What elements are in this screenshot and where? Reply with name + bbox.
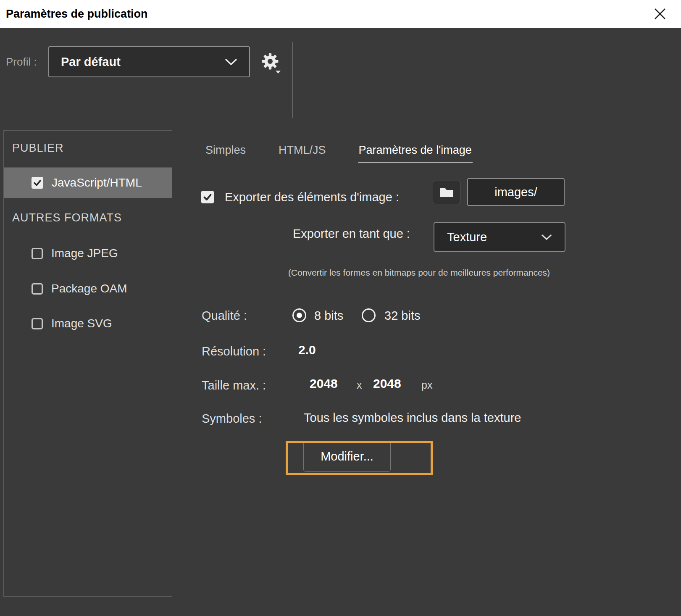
quality-8bits-label: 8 bits	[314, 309, 343, 323]
image-jpeg-checkbox[interactable]	[32, 248, 43, 259]
max-size-separator: x	[357, 379, 362, 391]
symbols-label: Symboles :	[202, 412, 262, 426]
quality-label: Qualité :	[202, 309, 247, 323]
javascript-html-checkbox[interactable]	[32, 177, 43, 189]
resolution-value[interactable]: 2.0	[298, 343, 316, 357]
quality-8bits-radio[interactable]	[292, 308, 306, 322]
image-svg-checkbox[interactable]	[32, 318, 43, 329]
gear-dropdown-caret-icon	[275, 70, 281, 74]
profile-options-button[interactable]	[258, 49, 282, 75]
export-as-label: Exporter en tant que :	[293, 227, 410, 241]
chevron-down-icon	[225, 58, 237, 66]
max-size-unit: px	[421, 379, 432, 391]
resolution-label: Résolution :	[202, 345, 266, 358]
profile-select-value: Par défaut	[61, 55, 121, 69]
chevron-down-icon	[541, 234, 552, 240]
other-formats-section-header: AUTRES FORMATS	[12, 211, 122, 224]
tab-simples[interactable]: Simples	[205, 144, 247, 163]
sidebar-item-label: Image SVG	[51, 317, 112, 330]
max-size-label: Taille max. :	[202, 379, 266, 392]
export-as-select[interactable]: Texture	[434, 222, 565, 252]
radio-dot	[297, 313, 302, 318]
profile-section-divider	[292, 42, 293, 118]
folder-icon	[439, 187, 454, 198]
export-as-value: Texture	[447, 230, 487, 244]
symbols-value: Tous les symboles inclus dans la texture	[304, 411, 521, 425]
sidebar-item-package-oam[interactable]: Package OAM	[4, 279, 172, 298]
export-assets-label: Exporter des éléments d'image :	[225, 190, 399, 204]
export-assets-row: Exporter des éléments d'image :	[201, 185, 399, 209]
sidebar-item-javascript-html[interactable]: JavaScript/HTML	[4, 168, 172, 198]
settings-tabs: Simples HTML/JS Paramètres de l'image	[205, 144, 473, 163]
titlebar: Paramètres de publication	[0, 0, 681, 28]
export-assets-checkbox[interactable]	[201, 191, 214, 203]
quality-32bits-label: 32 bits	[384, 309, 420, 323]
browse-folder-button[interactable]	[433, 181, 460, 204]
sidebar-item-label: Package OAM	[51, 282, 127, 295]
max-size-width-value[interactable]: 2048	[310, 376, 338, 391]
publish-settings-dialog: Paramètres de publication Profil : Par d…	[0, 0, 681, 616]
modify-button[interactable]: Modifier...	[303, 441, 391, 472]
package-oam-checkbox[interactable]	[32, 283, 43, 295]
profile-select[interactable]: Par défaut	[48, 46, 250, 77]
check-icon	[202, 192, 213, 202]
max-size-height-value[interactable]: 2048	[373, 376, 401, 391]
gear-icon	[261, 53, 279, 70]
tab-parametres-image[interactable]: Paramètres de l'image	[358, 144, 473, 163]
close-button[interactable]	[651, 5, 669, 23]
close-icon	[653, 7, 667, 21]
sidebar-item-image-jpeg[interactable]: Image JPEG	[4, 244, 172, 263]
sidebar-item-label: Image JPEG	[51, 247, 118, 260]
quality-32bits-radio[interactable]	[362, 308, 376, 322]
sidebar-item-image-svg[interactable]: Image SVG	[4, 314, 172, 333]
formats-sidebar: PUBLIER JavaScript/HTML AUTRES FORMATS I…	[3, 130, 172, 597]
sidebar-item-label: JavaScript/HTML	[52, 176, 142, 190]
tab-html-js[interactable]: HTML/JS	[278, 144, 327, 163]
dialog-title: Paramètres de publication	[6, 8, 148, 21]
check-icon	[33, 178, 42, 187]
profile-label: Profil :	[6, 55, 37, 68]
convert-shapes-hint: (Convertir les formes en bitmaps pour de…	[273, 268, 565, 278]
publish-section-header: PUBLIER	[12, 142, 64, 155]
export-path-field[interactable]: images/	[467, 178, 565, 206]
